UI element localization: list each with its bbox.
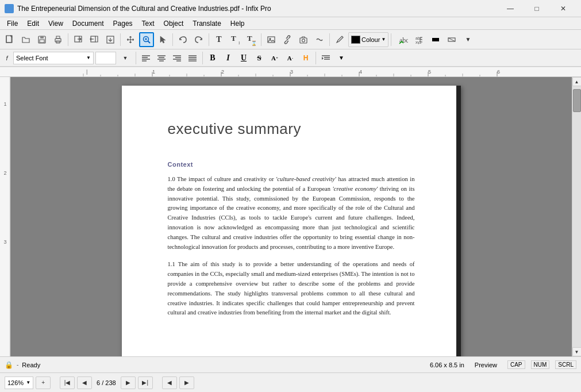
camera-button[interactable]: [296, 32, 311, 47]
text-tool2-button[interactable]: T ↕: [228, 32, 243, 47]
menu-document[interactable]: Document: [68, 17, 109, 30]
undo-button[interactable]: [175, 32, 190, 47]
redact2-button[interactable]: [444, 32, 459, 47]
svg-text:6: 6: [497, 69, 500, 75]
export-button[interactable]: [87, 32, 102, 47]
strikethrough-button[interactable]: S: [252, 52, 266, 64]
menu-view[interactable]: View: [44, 17, 68, 30]
save-button[interactable]: [34, 32, 49, 47]
extra-button[interactable]: ▼: [460, 32, 475, 47]
forward-button[interactable]: ▶: [179, 376, 194, 389]
svg-text:3: 3: [3, 239, 6, 245]
import-button[interactable]: [71, 32, 86, 47]
font-size-input[interactable]: [95, 52, 116, 64]
menu-help[interactable]: Help: [226, 17, 249, 30]
app-icon: [5, 4, 14, 13]
first-page-button[interactable]: |◀: [60, 376, 75, 389]
sep-fmt2: [202, 52, 203, 64]
svg-text:5: 5: [428, 69, 431, 75]
zoom-in-button[interactable]: +: [36, 376, 51, 389]
ready-indicator: -: [17, 362, 18, 368]
subscript-button[interactable]: A-: [283, 52, 297, 64]
link-button[interactable]: [280, 32, 295, 47]
svg-line-31: [448, 38, 455, 41]
separator6: [329, 33, 330, 46]
vertical-ruler: 1 2 3: [0, 77, 10, 356]
menu-translate[interactable]: Translate: [188, 17, 226, 30]
menu-object[interactable]: Object: [159, 17, 188, 30]
menu-pages[interactable]: Pages: [109, 17, 137, 30]
page-right-border: [456, 86, 461, 356]
document-area[interactable]: executive summary Context 1.0 The impact…: [10, 77, 572, 356]
pan-button[interactable]: [123, 32, 138, 47]
back-button[interactable]: ◀: [162, 376, 177, 389]
svg-rect-0: [6, 36, 11, 43]
scroll-thumb[interactable]: [573, 89, 581, 112]
minimize-button[interactable]: —: [497, 0, 524, 17]
section-label: Context: [168, 161, 415, 168]
colour-button[interactable]: Colour ▼: [348, 32, 388, 47]
highlight-button[interactable]: H: [299, 52, 313, 64]
redo-button[interactable]: [191, 32, 206, 47]
maximize-button[interactable]: □: [524, 0, 550, 17]
menu-text[interactable]: Text: [137, 17, 159, 30]
pencil-button[interactable]: [332, 32, 347, 47]
underline-button[interactable]: U: [237, 52, 251, 64]
text-tool-button[interactable]: T: [211, 32, 226, 47]
sep-fmt3: [315, 52, 316, 64]
main-toolbar: T T ↕ T ⌛ Colour ▼ abc abcxyz: [0, 30, 581, 49]
svg-text:1: 1: [152, 69, 155, 75]
status-bar: 🔒 - Ready 6.06 x 8.5 in Preview CAP NUM …: [0, 356, 581, 372]
arrow-button[interactable]: [155, 32, 170, 47]
svg-line-21: [287, 39, 288, 40]
image-button[interactable]: [264, 32, 279, 47]
menu-edit[interactable]: Edit: [22, 17, 44, 30]
italic-button[interactable]: I: [221, 52, 235, 64]
text-tool3-button[interactable]: T ⌛: [244, 32, 259, 47]
num-badge: NUM: [531, 360, 550, 369]
superscript-button[interactable]: A+: [268, 52, 282, 64]
scroll-down-button[interactable]: ▼: [572, 347, 582, 356]
redact-button[interactable]: [428, 32, 443, 47]
svg-rect-3: [40, 36, 44, 39]
window-title: The Entrepeneurial Dimension of the Cult…: [17, 5, 497, 13]
open-button[interactable]: [18, 32, 33, 47]
spellcheck-button[interactable]: abc: [396, 32, 411, 47]
close-button[interactable]: ✕: [550, 0, 576, 17]
svg-text:1: 1: [3, 101, 6, 107]
page-wrapper: executive summary Context 1.0 The impact…: [122, 86, 461, 348]
horizontal-ruler: | 1 2 3 4 5 6: [0, 67, 581, 77]
find-replace-button[interactable]: abcxyz: [412, 32, 427, 47]
font-selector[interactable]: Select Font ▼: [13, 52, 94, 64]
new-button[interactable]: [2, 32, 17, 47]
svg-text:4: 4: [359, 69, 362, 75]
formatting-toolbar: f Select Font ▼ ▼ B I U S A+ A- H ▼: [0, 49, 581, 67]
paragraph-2: 1.1 The aim of this study is to provide …: [168, 260, 415, 318]
form-button[interactable]: [312, 32, 327, 47]
export2-button[interactable]: [103, 32, 118, 47]
play-button[interactable]: ▶: [121, 376, 136, 389]
next-page-button[interactable]: ▶|: [138, 376, 153, 389]
align-left-button[interactable]: [139, 52, 153, 64]
scrl-badge: SCRL: [555, 360, 576, 369]
zoom-button[interactable]: [139, 32, 154, 47]
svg-rect-85: [0, 77, 10, 356]
scroll-track[interactable]: [572, 86, 582, 347]
colour-label: Colour: [361, 36, 380, 43]
align-right-button[interactable]: [170, 52, 184, 64]
more-format-button[interactable]: ▼: [334, 52, 348, 64]
indent-button[interactable]: [319, 52, 333, 64]
menu-file[interactable]: File: [2, 17, 22, 30]
vertical-scrollbar[interactable]: ▲ ▼: [572, 77, 581, 356]
separator5: [261, 33, 261, 46]
prev-page-button[interactable]: ◀: [77, 376, 92, 389]
svg-text:2: 2: [3, 170, 6, 176]
scroll-up-button[interactable]: ▲: [572, 77, 582, 86]
align-center-button[interactable]: [155, 52, 168, 64]
bold-button[interactable]: B: [206, 52, 220, 64]
justify-button[interactable]: [186, 52, 199, 64]
print-button[interactable]: [51, 32, 66, 47]
font-size-down[interactable]: ▼: [118, 51, 133, 66]
separator: [68, 33, 68, 46]
svg-text:2: 2: [221, 69, 224, 75]
